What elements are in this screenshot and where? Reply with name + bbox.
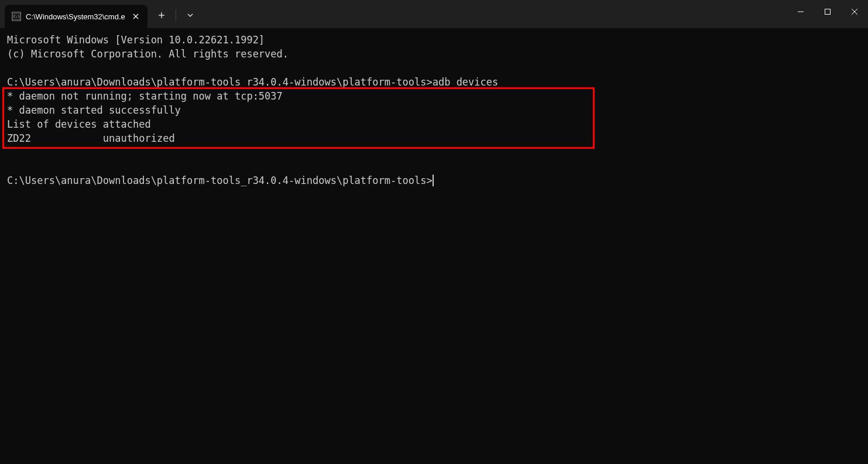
minimize-button[interactable] bbox=[787, 0, 814, 23]
device-id-prefix: ZD22 bbox=[7, 132, 31, 144]
tab-dropdown-button[interactable] bbox=[181, 6, 200, 25]
titlebar-left: C:\ C:\Windows\System32\cmd.e bbox=[0, 0, 200, 28]
tab-active[interactable]: C:\ C:\Windows\System32\cmd.e bbox=[5, 5, 147, 28]
terminal-output: List of devices attached bbox=[7, 118, 151, 130]
svg-text:C:\: C:\ bbox=[13, 14, 20, 18]
terminal-output: * daemon started successfully bbox=[7, 104, 181, 116]
terminal-line: (c) Microsoft Corporation. All rights re… bbox=[7, 48, 289, 60]
device-id-redacted: XXXXXX bbox=[31, 131, 67, 145]
window-controls bbox=[787, 0, 868, 28]
terminal-command: adb devices bbox=[433, 76, 499, 88]
terminal-line: Microsoft Windows [Version 10.0.22621.19… bbox=[7, 34, 265, 46]
device-status: unauthorized bbox=[103, 132, 175, 144]
cursor bbox=[433, 175, 434, 186]
svg-rect-7 bbox=[825, 9, 831, 15]
close-button[interactable] bbox=[841, 0, 868, 23]
tab-actions bbox=[152, 6, 200, 25]
tab-close-button[interactable] bbox=[130, 11, 142, 22]
titlebar: C:\ C:\Windows\System32\cmd.e bbox=[0, 0, 868, 28]
terminal-output: * daemon not running; starting now at tc… bbox=[7, 90, 283, 102]
terminal-prompt: C:\Users\anura\Downloads\platform-tools_… bbox=[7, 76, 433, 88]
terminal-prompt: C:\Users\anura\Downloads\platform-tools_… bbox=[7, 175, 433, 186]
tab-divider bbox=[176, 9, 176, 21]
new-tab-button[interactable] bbox=[152, 6, 171, 25]
cmd-icon: C:\ bbox=[12, 12, 21, 21]
maximize-button[interactable] bbox=[814, 0, 841, 23]
terminal-content[interactable]: Microsoft Windows [Version 10.0.22621.19… bbox=[0, 28, 868, 206]
tab-title: C:\Windows\System32\cmd.e bbox=[26, 12, 125, 21]
